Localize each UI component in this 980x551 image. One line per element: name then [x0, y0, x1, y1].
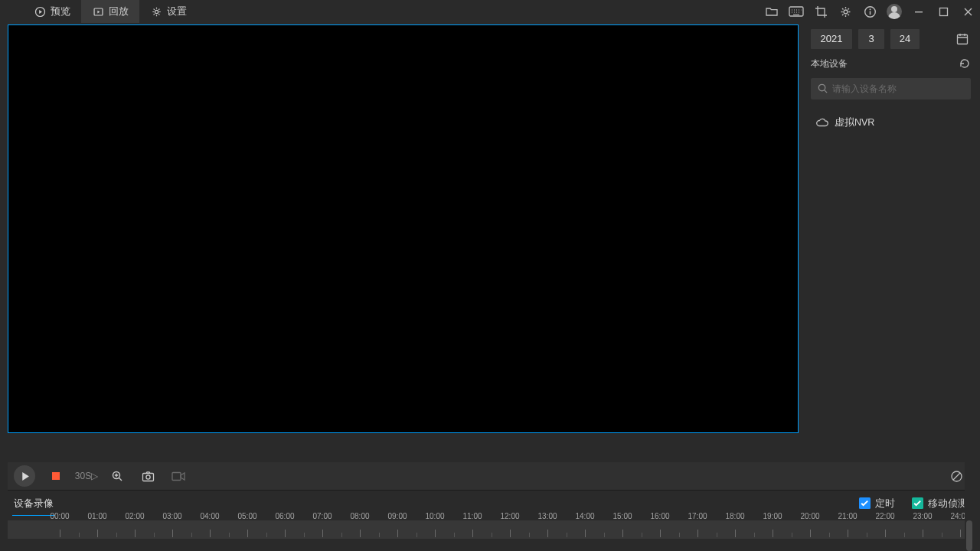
calendar-icon[interactable] — [954, 31, 971, 47]
stop-button[interactable] — [46, 466, 66, 486]
tab-preview[interactable]: 预览 — [23, 0, 81, 23]
timeline-tick-label: 11:00 — [462, 512, 482, 520]
svg-point-11 — [818, 84, 825, 90]
timeline-tab-device-record[interactable]: 设备录像 — [12, 491, 55, 517]
timeline-tick-label: 21:00 — [838, 512, 857, 520]
maximize-icon[interactable] — [931, 0, 956, 23]
filter-timed-checkbox[interactable]: 定时 — [859, 497, 895, 510]
folder-icon[interactable] — [760, 0, 784, 23]
timeline-tick-label: 12:00 — [500, 512, 519, 520]
tab-playback-label: 回放 — [109, 5, 129, 18]
checkbox-icon — [859, 497, 871, 509]
clear-button[interactable] — [946, 466, 966, 486]
play-circle-icon — [34, 5, 46, 18]
timeline-tick-label: 17:00 — [688, 512, 707, 520]
close-icon[interactable] — [956, 0, 980, 23]
svg-point-4 — [844, 10, 848, 14]
svg-rect-12 — [52, 472, 60, 480]
scrollbar[interactable] — [965, 444, 974, 551]
timeline-tick-label: 03:00 — [162, 512, 181, 520]
timeline-tick-label: 15:00 — [612, 512, 632, 520]
timeline-tick-label: 00:00 — [50, 512, 69, 520]
refresh-icon[interactable] — [959, 57, 971, 70]
date-day[interactable]: 24 — [890, 29, 920, 49]
timeline-tick-label: 10:00 — [425, 512, 444, 520]
minimize-icon[interactable] — [906, 0, 931, 23]
playback-controls: 30S▷ — [8, 462, 972, 490]
checkbox-icon — [912, 497, 923, 509]
timeline-ruler[interactable]: 00:0001:0002:0003:0004:0005:0006:0007:00… — [8, 516, 965, 551]
settings-gear-icon[interactable] — [833, 0, 858, 23]
svg-point-2 — [155, 10, 158, 13]
date-month[interactable]: 3 — [858, 29, 884, 49]
device-item[interactable]: 虚拟NVR — [811, 112, 971, 133]
gear-icon — [150, 5, 162, 18]
svg-rect-10 — [958, 35, 968, 44]
crop-icon[interactable] — [808, 0, 833, 23]
svg-rect-8 — [915, 11, 923, 12]
filter-motion-checkbox[interactable]: 移动侦测 — [912, 497, 968, 510]
timeline-tick-label: 20:00 — [800, 512, 819, 520]
timeline-tick-label: 02:00 — [125, 512, 144, 520]
device-name: 虚拟NVR — [835, 116, 874, 129]
timeline-tick-label: 19:00 — [763, 512, 782, 520]
timeline-tick-label: 07:00 — [312, 512, 332, 520]
device-search-input[interactable] — [832, 78, 965, 99]
keyboard-icon[interactable] — [784, 0, 808, 23]
timeline-tick-label: 06:00 — [275, 512, 294, 520]
tab-settings[interactable]: 设置 — [139, 0, 198, 23]
timeline-tick-label: 05:00 — [237, 512, 256, 520]
device-search[interactable] — [811, 78, 971, 99]
info-icon[interactable] — [858, 0, 882, 23]
avatar[interactable] — [882, 0, 906, 23]
timeline-tick-label: 23:00 — [913, 512, 932, 520]
timeline-tick-label: 22:00 — [875, 512, 894, 520]
svg-rect-16 — [172, 472, 181, 480]
tab-settings-label: 设置 — [167, 5, 187, 18]
playback-icon — [92, 5, 104, 18]
zoom-in-button[interactable] — [107, 466, 127, 486]
record-clip-button[interactable] — [168, 466, 188, 486]
svg-rect-3 — [789, 7, 803, 16]
timeline-tick-label: 18:00 — [725, 512, 744, 520]
timeline-tick-label: 01:00 — [87, 512, 106, 520]
filter-motion-label: 移动侦测 — [928, 497, 968, 510]
search-icon — [817, 83, 828, 96]
right-panel: 2021 3 24 本地设备 虚拟NVR — [799, 23, 980, 462]
svg-point-6 — [869, 8, 871, 10]
timeline-tick-label: 16:00 — [650, 512, 669, 520]
tab-playback[interactable]: 回放 — [81, 0, 139, 23]
timeline-tick-label: 09:00 — [387, 512, 407, 520]
date-year[interactable]: 2021 — [811, 29, 852, 49]
svg-point-5 — [864, 6, 875, 17]
skip-30s-button[interactable]: 30S▷ — [77, 466, 96, 486]
timeline-tick-label: 14:00 — [575, 512, 594, 520]
filter-timed-label: 定时 — [875, 497, 895, 510]
tab-preview-label: 预览 — [51, 5, 70, 18]
timeline-tick-label: 08:00 — [350, 512, 369, 520]
timeline-tick-label: 13:00 — [537, 512, 557, 520]
local-device-label: 本地设备 — [811, 57, 848, 70]
cloud-icon — [815, 118, 828, 127]
svg-rect-14 — [142, 473, 153, 481]
video-viewport[interactable] — [8, 24, 799, 433]
play-button[interactable] — [14, 465, 35, 487]
svg-rect-9 — [939, 8, 947, 15]
timeline-tick-label: 04:00 — [200, 512, 219, 520]
svg-point-15 — [145, 474, 149, 478]
snapshot-button[interactable] — [138, 466, 158, 486]
svg-rect-7 — [869, 11, 870, 15]
